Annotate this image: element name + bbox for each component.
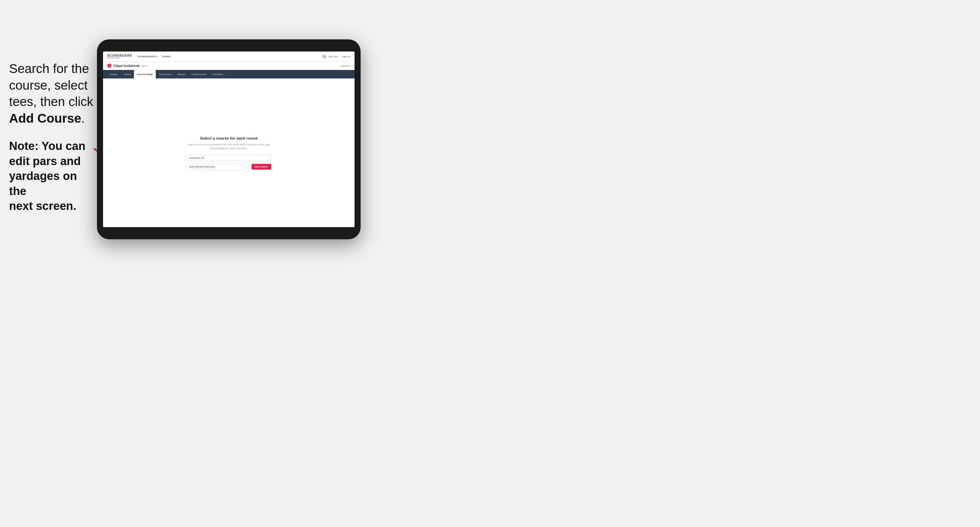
tab-course-setup[interactable]: Course Setup — [134, 70, 156, 78]
nav-divider: | — [340, 55, 340, 58]
tournament-title-row: C Clippd Invitational (Men) — [107, 63, 148, 68]
brand-sub: Powered by clippd — [107, 57, 132, 59]
nav-right: U Test User | Sign out — [322, 54, 350, 59]
tab-results[interactable]: Results — [174, 70, 188, 78]
tee-select-row: Gold (M) (M) (7010 yds) × ⌃⌄ Add Course — [186, 163, 271, 170]
main-content: Select a course for each round Search fo… — [103, 78, 355, 227]
add-course-button[interactable]: Add Course — [251, 164, 271, 170]
tee-select[interactable]: Gold (M) (M) (7010 yds) × ⌃⌄ — [186, 163, 250, 170]
course-card: Select a course for each round Search fo… — [186, 136, 271, 170]
search-input-wrapper — [186, 154, 271, 161]
annotation-text: Search for the course, select tees, then… — [9, 60, 97, 127]
tee-arrows-icon[interactable]: ⌃⌄ — [243, 165, 247, 168]
tee-select-value: Gold (M) (M) (7010 yds) — [189, 165, 215, 168]
nav-teams[interactable]: TEAMS — [162, 55, 171, 58]
user-label: Test User — [328, 55, 338, 58]
course-card-title: Select a course for each round — [186, 136, 271, 141]
tournament-header: C Clippd Invitational (Men) Cancel X — [103, 62, 355, 70]
tab-tee-groups[interactable]: Tee Groups — [156, 70, 174, 78]
tee-clear-icon[interactable]: × — [240, 165, 242, 168]
tab-bar: Details Teams Course Setup Tee Groups Re… — [103, 70, 355, 78]
annotation-note: Note: You can edit pars and yardages on … — [9, 139, 97, 214]
tab-printables[interactable]: Printables — [209, 70, 226, 78]
course-search-input[interactable] — [186, 155, 271, 161]
tablet-screen: SCOREBOARD Powered by clippd TOURNAMENTS… — [103, 51, 355, 227]
course-card-desc: Search for a course and select a tee. Yo… — [186, 143, 271, 150]
tablet-shell: SCOREBOARD Powered by clippd TOURNAMENTS… — [97, 40, 361, 239]
brand-logo: SCOREBOARD Powered by clippd — [107, 54, 132, 59]
tee-select-controls: × ⌃⌄ — [240, 165, 247, 168]
tab-leaderboards[interactable]: Leaderboards — [188, 70, 209, 78]
cancel-button[interactable]: Cancel X — [340, 65, 350, 67]
signout-link[interactable]: Sign out — [342, 55, 350, 58]
tournament-name: Clippd Invitational — [113, 64, 140, 68]
clippd-icon: C — [107, 63, 111, 68]
tab-details[interactable]: Details — [107, 70, 121, 78]
annotation-area: Search for the course, select tees, then… — [9, 60, 97, 214]
nav-tournaments[interactable]: TOURNAMENTS — [137, 55, 158, 58]
tab-teams[interactable]: Teams — [121, 70, 134, 78]
nav-links: TOURNAMENTS TEAMS — [137, 55, 322, 58]
tournament-badge: (Men) — [142, 65, 148, 67]
top-navbar: SCOREBOARD Powered by clippd TOURNAMENTS… — [103, 51, 355, 62]
user-avatar: U — [322, 54, 326, 59]
